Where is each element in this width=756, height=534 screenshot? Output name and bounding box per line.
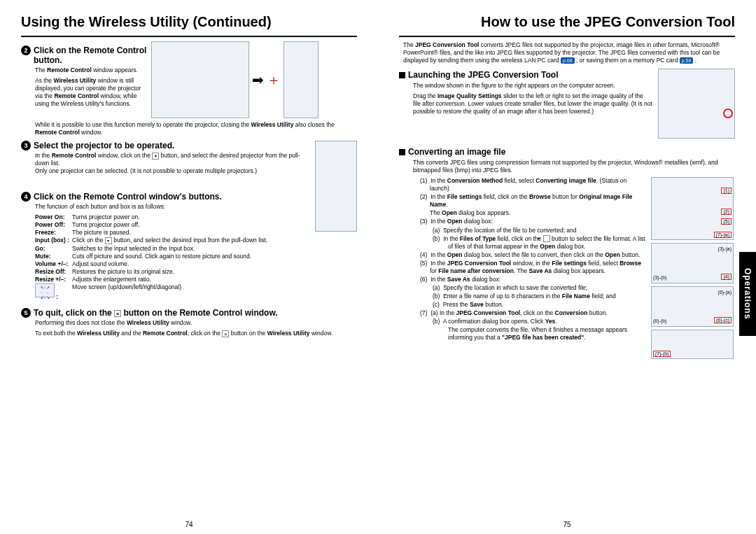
step-4-intro: The function of each button and box is a… bbox=[35, 203, 357, 211]
page-left: Using the Wireless Utility (Continued) 2… bbox=[0, 0, 378, 534]
arrow-right-icon: ➡ bbox=[252, 71, 264, 88]
step-4-title-text: Click on the Remote Control window's but… bbox=[34, 192, 222, 202]
square-bullet-icon bbox=[399, 72, 405, 78]
open-dialog-screenshot: (3)-(a) (3)-(b) (4) bbox=[651, 243, 734, 283]
callout-1: (1) bbox=[721, 188, 732, 194]
page-right: How to use the JPEG Conversion Tool The … bbox=[378, 0, 756, 534]
function-table: Power On:Turns projector power on. Power… bbox=[35, 213, 270, 301]
right-title: How to use the JPEG Conversion Tool bbox=[399, 14, 735, 30]
page-ref-58: p.58 bbox=[680, 57, 694, 64]
page-number-right: 75 bbox=[563, 521, 570, 528]
step-3-title-text: Select the projector to be operated. bbox=[34, 141, 174, 150]
step-2-title: 2 Click on the Remote Control button. bbox=[21, 45, 147, 65]
callout-6b: (6)-(b) bbox=[653, 318, 666, 323]
numbered-bullet-3: 3 bbox=[21, 141, 31, 150]
callout-4: (4) bbox=[721, 274, 732, 280]
jpeg-tool-screenshot-2: (1) (2) (5) (7)-(a) bbox=[651, 177, 734, 240]
convert-title: Converting an image file bbox=[399, 147, 735, 157]
callout-6c: (6)-(c) bbox=[714, 317, 732, 323]
save-as-dialog-screenshot: (6)-(a) (6)-(b) (6)-(c) bbox=[651, 286, 734, 327]
step-3-title: 3 Select the projector to be operated. bbox=[21, 141, 309, 150]
callout-2: (2) bbox=[721, 209, 732, 215]
square-bullet-icon bbox=[399, 149, 405, 155]
numbered-bullet-4: 4 bbox=[21, 192, 31, 202]
jpeg-tool-screenshot-1 bbox=[658, 69, 735, 139]
convert-steps: (1) In the Conversion Method field, sele… bbox=[399, 177, 647, 342]
directional-arrows-icon: ↖↑↗← →↙↓↘ bbox=[35, 283, 55, 297]
right-thumbnails-column: (1) (2) (5) (7)-(a) (3)-(a) (3)-(b) (4) … bbox=[651, 177, 735, 359]
callout-5: (5) bbox=[721, 218, 732, 225]
page-number-left: 74 bbox=[185, 521, 192, 528]
callout-3a: (3)-(a) bbox=[718, 246, 732, 251]
dropdown-icon: ▾ bbox=[152, 153, 159, 160]
callout-7b: (7)-(b) bbox=[653, 351, 671, 357]
page-ref-68: p.68 bbox=[561, 57, 575, 64]
side-tab-operations: Operations bbox=[739, 252, 756, 336]
step-2-title-text: Click on the Remote Control button. bbox=[34, 45, 147, 65]
step-5-title: 5 To quit, click on the × button on the … bbox=[21, 308, 357, 318]
callout-6a: (6)-(a) bbox=[718, 290, 732, 295]
remote-control-detail-screenshot bbox=[315, 141, 357, 232]
step-5-body-2: To exit both the Wireless Utility and th… bbox=[35, 330, 357, 337]
remote-control-screenshot bbox=[284, 41, 318, 118]
numbered-bullet-5: 5 bbox=[21, 308, 31, 318]
step-2-body-1: The Remote Control window appears. bbox=[35, 66, 147, 74]
close-x-icon: × bbox=[114, 310, 121, 317]
step-2-note: While it is possible to use this functio… bbox=[35, 121, 357, 136]
callout-7a: (7)-(a) bbox=[714, 232, 732, 238]
confirm-dialog-screenshot: (7)-(b) bbox=[651, 330, 734, 359]
rule bbox=[21, 36, 357, 37]
convert-intro: This converts JPEG files using compressi… bbox=[413, 159, 735, 174]
left-title: Using the Wireless Utility (Continued) bbox=[21, 14, 357, 30]
step-3-body: In the Remote Control window, click on t… bbox=[35, 152, 357, 175]
wireless-utility-screenshot bbox=[151, 41, 249, 118]
dropdown-icon: ▾ bbox=[105, 237, 112, 244]
close-x-icon: × bbox=[222, 330, 229, 337]
numbered-bullet-2: 2 bbox=[21, 45, 31, 55]
callout-3b: (3)-(b) bbox=[653, 275, 666, 280]
rule bbox=[399, 36, 735, 37]
step-5-title-text: To quit, click on the × button on the Re… bbox=[34, 308, 278, 318]
step-4-title: 4 Click on the Remote Control window's b… bbox=[21, 192, 309, 202]
dropdown-icon: ▾ bbox=[543, 235, 550, 242]
plus-icon: ＋ bbox=[267, 71, 281, 90]
right-intro: The JPEG Conversion Tool converts JPEG f… bbox=[403, 41, 735, 64]
step-2-body-2: As the Wireless Utility window is still … bbox=[35, 77, 147, 108]
step-5-body-1: Performing this does not close the Wirel… bbox=[35, 319, 357, 327]
callout-circle bbox=[723, 108, 733, 118]
